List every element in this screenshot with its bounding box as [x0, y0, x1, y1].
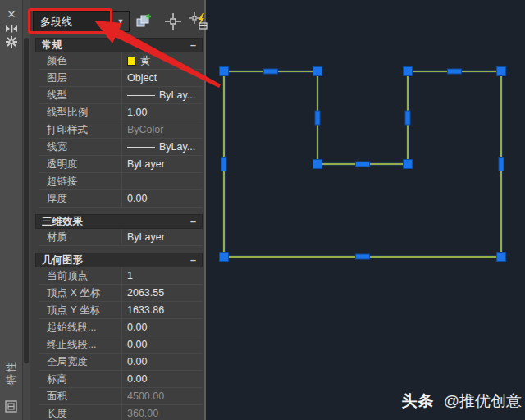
row-value[interactable]: ByLay... — [121, 87, 203, 103]
object-type-dropdown[interactable]: 多段线 — [33, 11, 111, 32]
row-value-text: 0.00 — [127, 339, 147, 350]
property-row: 终止线段... 0.00 — [39, 336, 203, 354]
collapse-icon[interactable]: – — [190, 216, 196, 227]
panel-scrollbar[interactable] — [23, 0, 30, 420]
row-value[interactable]: 2063.55 — [121, 285, 203, 301]
toggle-pickadd-icon[interactable] — [135, 12, 154, 32]
property-row: 顶点 X 坐标 2063.55 — [39, 285, 203, 302]
property-section: 三维效果 – 材质 ByLayer — [35, 214, 203, 246]
row-label: 线宽 — [39, 139, 121, 155]
vertex-grip[interactable] — [220, 67, 229, 76]
row-value-text: 2063.55 — [127, 287, 164, 299]
midpoint-grip[interactable] — [356, 162, 370, 167]
row-value[interactable]: 4500.00 — [121, 388, 203, 404]
row-value[interactable]: 360.00 — [121, 405, 203, 420]
row-value-text: ByLayer — [127, 231, 165, 243]
property-section: 几何图形 – 当前顶点 1 顶点 X 坐标 2063.55 顶点 Y 坐标 16… — [35, 253, 203, 420]
row-label: 图层 — [39, 70, 121, 86]
property-row: 材质 ByLayer — [39, 229, 203, 246]
row-value[interactable]: 1.00 — [121, 104, 203, 121]
property-row: 当前顶点 1 — [39, 267, 203, 285]
row-label: 线型比例 — [39, 104, 121, 121]
midpoint-grip[interactable] — [221, 158, 226, 171]
vertex-grip[interactable] — [220, 253, 229, 262]
section-title: 常规 — [42, 39, 62, 52]
midpoint-grip[interactable] — [315, 111, 320, 125]
midpoint-grip[interactable] — [405, 111, 410, 125]
section-title: 几何图形 — [42, 253, 83, 267]
row-value-text: 1633.86 — [127, 304, 164, 316]
color-swatch — [127, 57, 136, 66]
vertex-grip[interactable] — [497, 253, 506, 262]
row-label: 线型 — [39, 87, 121, 103]
settings-gear-icon[interactable] — [0, 35, 23, 52]
row-label: 面积 — [39, 388, 121, 404]
vertex-grip[interactable] — [313, 160, 322, 169]
row-value[interactable]: ByLayer — [121, 229, 203, 245]
row-value[interactable]: ByLay... — [121, 139, 203, 155]
line-sample — [127, 147, 155, 148]
row-value[interactable]: 1633.86 — [121, 302, 203, 318]
row-value-text: 0.00 — [127, 356, 147, 368]
vertex-grip[interactable] — [404, 67, 413, 76]
row-value-text: 黄 — [140, 54, 151, 68]
row-value-text: ByLay... — [159, 141, 195, 153]
row-value[interactable]: 0.00 — [121, 354, 203, 370]
property-row: 面积 4500.00 — [39, 388, 203, 405]
row-value[interactable]: 1 — [121, 267, 203, 284]
property-row: 全局宽度 0.00 — [39, 354, 203, 371]
scrollbar-thumb[interactable] — [24, 38, 29, 363]
palette-titlebar: ✕ 特性 — [0, 0, 23, 420]
panel-toolbar: 多段线 ▼ — [30, 0, 204, 38]
property-row: 标高 0.00 — [39, 371, 203, 388]
quick-select-icon[interactable] — [189, 12, 208, 32]
row-value[interactable]: 0.00 — [121, 319, 203, 336]
row-label: 全局宽度 — [39, 354, 121, 370]
row-label: 顶点 Y 坐标 — [39, 302, 121, 318]
collapse-icon[interactable]: – — [190, 39, 196, 51]
row-label: 顶点 X 坐标 — [39, 285, 121, 301]
close-icon[interactable]: ✕ — [0, 8, 23, 21]
vertex-grip[interactable] — [313, 67, 322, 76]
property-row: 打印样式 ByColor — [39, 121, 203, 139]
row-value[interactable]: ByLayer — [121, 156, 203, 172]
vertex-grip[interactable] — [497, 67, 506, 76]
row-label: 厚度 — [39, 190, 121, 207]
property-row: 线型 ByLay... — [39, 87, 203, 104]
midpoint-grip[interactable] — [448, 69, 462, 74]
property-row: 图层 Object — [39, 70, 203, 87]
section-header[interactable]: 三维效果 – — [35, 214, 203, 229]
row-value-text: 0.00 — [127, 193, 147, 204]
row-value-text: 0.00 — [127, 373, 147, 385]
row-value[interactable]: ByColor — [121, 121, 203, 138]
row-value-text: ByLayer — [127, 158, 165, 170]
row-value-text: 1 — [127, 270, 133, 281]
midpoint-grip[interactable] — [264, 69, 278, 74]
section-title: 三维效果 — [42, 215, 83, 229]
vertex-grip[interactable] — [404, 160, 413, 169]
row-value-text: 360.00 — [127, 408, 158, 419]
watermark-brand: 头条 — [401, 392, 434, 409]
property-row: 顶点 Y 坐标 1633.86 — [39, 302, 203, 319]
section-header[interactable]: 常规 – — [35, 38, 203, 52]
midpoint-grip[interactable] — [499, 158, 504, 171]
row-value[interactable]: 0.00 — [121, 190, 203, 207]
row-value[interactable]: 0.00 — [121, 336, 203, 353]
palette-title: 特性 — [4, 360, 19, 385]
section-header[interactable]: 几何图形 – — [35, 253, 203, 267]
property-row: 线宽 ByLay... — [39, 139, 203, 156]
select-objects-icon[interactable] — [164, 12, 184, 32]
collapse-icon[interactable]: – — [190, 254, 196, 266]
property-row: 透明度 ByLayer — [39, 156, 203, 173]
row-value[interactable]: 黄 — [121, 52, 203, 69]
dropdown-arrow-icon[interactable]: ▼ — [112, 11, 130, 32]
row-value[interactable]: Object — [121, 70, 203, 86]
midpoint-grip[interactable] — [356, 254, 370, 259]
property-row: 起始线段... 0.00 — [39, 319, 203, 336]
property-row: 颜色 黄 — [39, 52, 203, 70]
row-value[interactable] — [121, 173, 203, 189]
section-rows: 材质 ByLayer — [39, 229, 203, 246]
row-value[interactable]: 0.00 — [121, 371, 203, 387]
property-row: 超链接 — [39, 173, 203, 190]
line-sample — [127, 95, 155, 96]
